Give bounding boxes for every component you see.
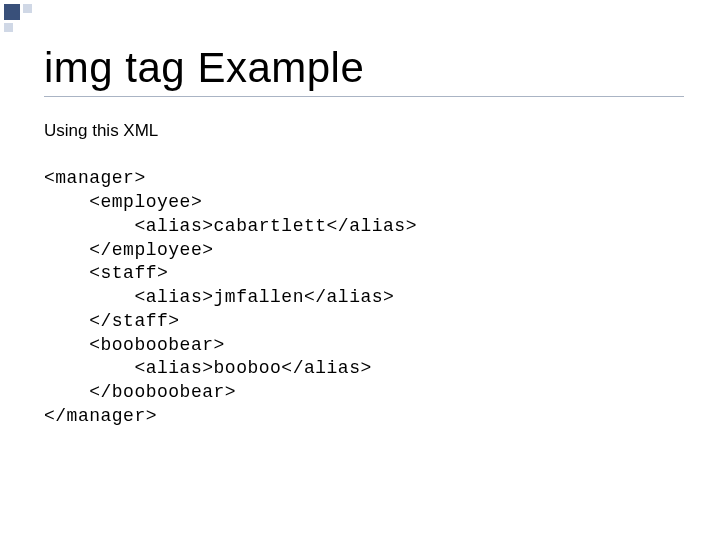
square-icon: [4, 23, 13, 32]
title-divider: [44, 96, 684, 97]
code-line: </manager>: [44, 406, 157, 426]
code-line: <alias>jmfallen</alias>: [44, 287, 394, 307]
page-title: img tag Example: [44, 44, 684, 92]
code-line: <employee>: [44, 192, 202, 212]
xml-code-block: <manager> <employee> <alias>cabartlett</…: [44, 167, 684, 428]
code-line: </booboobear>: [44, 382, 236, 402]
slide-content: img tag Example Using this XML <manager>…: [0, 0, 720, 540]
corner-decoration: [0, 0, 38, 38]
code-line: <alias>cabartlett</alias>: [44, 216, 417, 236]
code-line: <manager>: [44, 168, 146, 188]
square-icon: [4, 4, 20, 20]
code-line: <alias>booboo</alias>: [44, 358, 372, 378]
code-line: </staff>: [44, 311, 180, 331]
code-line: <staff>: [44, 263, 168, 283]
code-line: </employee>: [44, 240, 214, 260]
subtitle-text: Using this XML: [44, 121, 684, 141]
code-line: <booboobear>: [44, 335, 225, 355]
square-icon: [23, 4, 32, 13]
